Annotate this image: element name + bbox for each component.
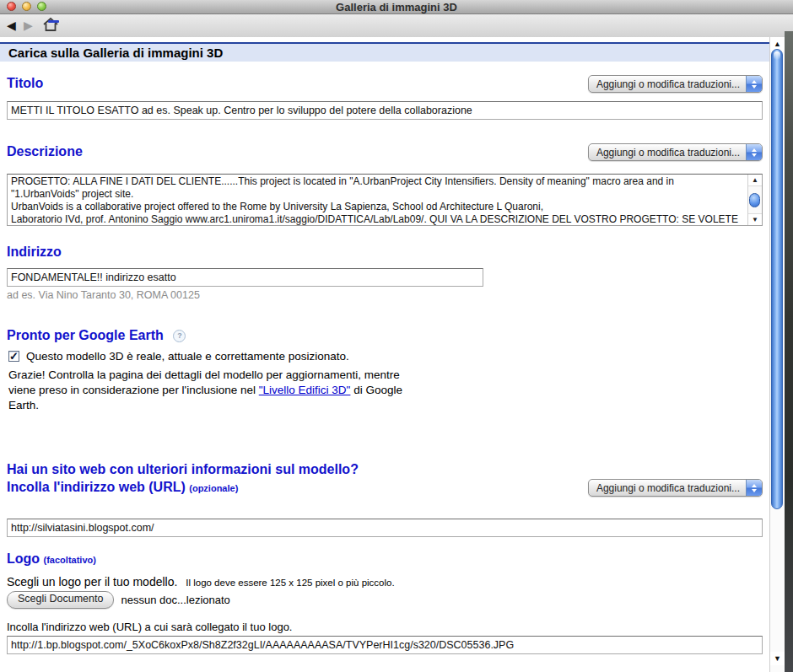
indirizzo-heading: Indirizzo	[7, 244, 62, 261]
logo-heading: Logo (facoltativo)	[7, 551, 96, 568]
window-titlebar: Galleria di immagini 3D	[0, 0, 793, 14]
google-earth-checkbox-row: Questo modello 3D è reale, attuale e cor…	[8, 350, 763, 363]
back-button[interactable]: ◀	[7, 18, 16, 33]
logo-size-hint: Il logo deve essere 125 x 125 pixel o pi…	[186, 578, 394, 588]
page-title: Carica sulla Galleria di immagini 3D	[0, 42, 769, 62]
browser-toolbar: ◀ ▶	[0, 14, 793, 38]
google-earth-checkbox-label: Questo modello 3D è reale, attuale e cor…	[26, 350, 349, 363]
descrizione-heading: Descrizione	[7, 143, 83, 160]
website-url-input[interactable]	[7, 519, 763, 537]
translate-dropdown-label: Aggiungi o modifica traduzioni...	[596, 482, 740, 494]
indirizzo-input[interactable]	[7, 268, 483, 287]
google-earth-heading: Pronto per Google Earth	[7, 327, 164, 344]
website-optional-label: (opzionale)	[189, 483, 238, 493]
browser-window: Galleria di immagini 3D ◀ ▶ Carica sulla…	[0, 0, 793, 672]
page-content: Carica sulla Galleria di immagini 3D Tit…	[0, 37, 769, 672]
website-row: Hai un sito web con ulteriori informazio…	[7, 460, 763, 496]
logo-url-label: Incolla l'indirizzo web (URL) a cui sarà…	[7, 621, 763, 633]
home-icon	[42, 17, 59, 32]
file-status: nessun doc...lezionato	[121, 594, 229, 606]
scroll-down-icon[interactable]: ▼	[770, 652, 785, 665]
website-heading-line1: Hai un sito web con ulteriori informazio…	[7, 460, 763, 478]
google-earth-note: Grazie! Controlla la pagina dei dettagli…	[8, 368, 409, 413]
textarea-scrollbar[interactable]: ▲ ▼	[747, 175, 762, 225]
descrizione-row: Descrizione Aggiungi o modifica traduzio…	[7, 143, 763, 162]
choose-file-row: Scegli Documento nessun doc...lezionato	[7, 591, 763, 609]
window-title: Galleria di immagini 3D	[0, 1, 793, 13]
stepper-icon	[746, 480, 762, 496]
logo-heading-text: Logo	[7, 551, 44, 566]
translate-dropdown-titolo[interactable]: Aggiungi o modifica traduzioni...	[588, 75, 763, 93]
choose-logo-label: Scegli un logo per il tuo modello.	[7, 575, 177, 589]
indirizzo-row: Indirizzo	[7, 244, 763, 261]
indirizzo-hint: ad es. Via Nino Taranto 30, ROMA 00125	[7, 289, 763, 301]
logo-optional-label: (facoltativo)	[44, 555, 96, 565]
scroll-down-icon[interactable]: ▼	[748, 213, 762, 225]
translate-dropdown-website[interactable]: Aggiungi o modifica traduzioni...	[588, 479, 763, 497]
descrizione-textarea[interactable]: PROGETTO: ALLA FINE I DATI DEL CLIENTE..…	[8, 175, 748, 225]
stepper-icon	[746, 76, 762, 92]
choose-file-button[interactable]: Scegli Documento	[7, 591, 114, 609]
translate-dropdown-label: Aggiungi o modifica traduzioni...	[596, 147, 740, 159]
stepper-icon	[746, 144, 762, 160]
choose-logo-line: Scegli un logo per il tuo modello. Il lo…	[7, 575, 763, 589]
titolo-row: Titolo Aggiungi o modifica traduzioni...	[7, 75, 763, 94]
logo-row: Logo (facoltativo)	[7, 551, 763, 568]
google-earth-checkbox[interactable]	[8, 351, 19, 362]
textarea-scrollbar-thumb[interactable]	[749, 193, 760, 207]
logo-url-input[interactable]	[7, 636, 763, 654]
main-scrollbar-thumb[interactable]	[771, 49, 783, 509]
titolo-input[interactable]	[7, 101, 763, 120]
descrizione-textarea-wrap: PROGETTO: ALLA FINE I DATI DEL CLIENTE..…	[7, 174, 763, 226]
desktop-strip	[785, 31, 793, 672]
main-scrollbar[interactable]: ▲ ▼	[769, 37, 785, 672]
livello-edifici-link[interactable]: "Livello Edifici 3D"	[259, 384, 351, 396]
translate-dropdown-descrizione[interactable]: Aggiungi o modifica traduzioni...	[588, 143, 763, 161]
home-button[interactable]	[42, 17, 59, 32]
titolo-heading: Titolo	[7, 75, 43, 92]
google-earth-row: Pronto per Google Earth ?	[7, 327, 763, 344]
translate-dropdown-label: Aggiungi o modifica traduzioni...	[596, 78, 740, 90]
scroll-up-icon[interactable]: ▲	[748, 175, 762, 186]
forward-button[interactable]: ▶	[24, 18, 33, 33]
website-heading-text: Incolla l'indirizzo web (URL)	[7, 480, 189, 494]
favicon-dash	[48, 20, 59, 23]
help-icon[interactable]: ?	[173, 330, 186, 342]
